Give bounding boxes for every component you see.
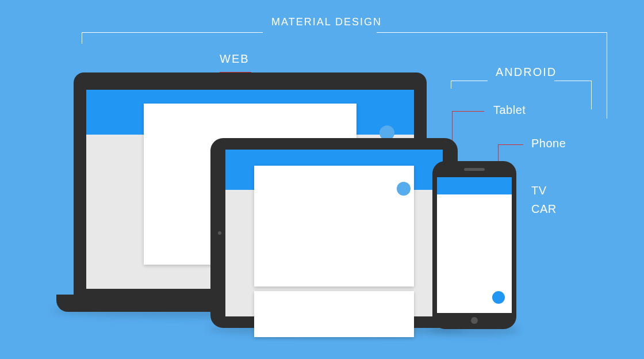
bracket-line [554, 81, 591, 81]
bracket-line [607, 32, 607, 119]
phone-screen [437, 177, 512, 313]
bracket-line [451, 81, 488, 81]
category-web-label: WEB [220, 52, 250, 66]
device-car-label: CAR [531, 203, 557, 216]
tablet-screen [225, 150, 443, 316]
device-phone-label: Phone [531, 137, 566, 150]
camera-icon [218, 231, 221, 235]
app-bar [437, 177, 512, 194]
fab-icon [397, 182, 411, 196]
tablet-device [210, 138, 458, 328]
device-tv-label: TV [531, 184, 547, 197]
fab-icon [492, 291, 505, 304]
category-android-label: ANDROID [496, 66, 557, 79]
bracket-line [377, 32, 607, 33]
content-card [254, 166, 414, 287]
leader-line [452, 111, 484, 112]
device-tablet-label: Tablet [493, 104, 526, 117]
tablet-frame [210, 138, 458, 328]
speaker-icon [464, 168, 485, 171]
diagram-title: MATERIAL DESIGN [271, 16, 382, 28]
bracket-line [591, 81, 592, 109]
bracket-line [82, 32, 263, 33]
home-button-icon [471, 317, 478, 324]
app-body [225, 190, 443, 316]
content-card [254, 291, 414, 337]
bracket-line [451, 81, 451, 89]
phone-device [432, 161, 516, 329]
phone-frame [432, 161, 516, 329]
leader-line [498, 144, 523, 145]
bracket-line [82, 32, 82, 44]
